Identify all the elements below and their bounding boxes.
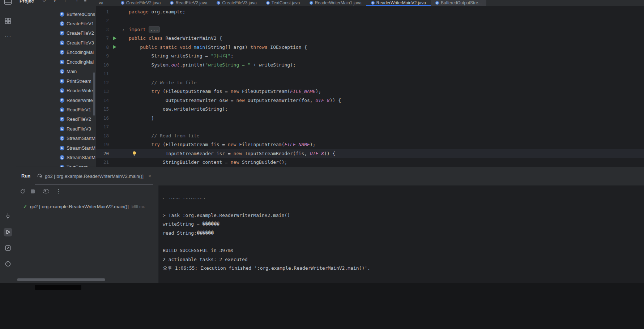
tree-item[interactable]: CStreamStartM bbox=[16, 143, 96, 153]
code-token: )) { bbox=[330, 98, 341, 103]
code-token: (FileInputStream fis = bbox=[160, 142, 228, 147]
console-line: 오후 1:06:55: Execution finished ':org.exa… bbox=[163, 264, 644, 273]
editor-tab[interactable]: CReaderWriterMain1.java bbox=[305, 0, 366, 6]
problems-icon[interactable] bbox=[4, 260, 12, 268]
editor-line[interactable]: 17 bbox=[96, 123, 644, 131]
bottom-strip bbox=[0, 283, 644, 329]
class-icon: C bbox=[60, 117, 64, 121]
editor-tab[interactable]: CCreateFileV3.java bbox=[212, 0, 261, 6]
class-icon: C bbox=[121, 1, 124, 5]
services-icon[interactable] bbox=[4, 244, 12, 252]
editor-line[interactable]: 15 osw.write(writeString); bbox=[96, 105, 644, 114]
class-icon: C bbox=[435, 1, 439, 5]
code-token: osw.write(writeString); bbox=[129, 106, 228, 112]
class-icon: C bbox=[60, 155, 64, 160]
tree-item[interactable]: CReadFileV1 bbox=[16, 105, 96, 115]
tree-item-label: CreateFileV3 bbox=[67, 40, 94, 46]
tree-item[interactable]: CCreateFileV1 bbox=[16, 19, 96, 28]
editor-line[interactable]: 21 StringBuilder content = new StringBui… bbox=[96, 158, 644, 167]
editor-line[interactable]: 14 OutputStreamWriter osw = new OutputSt… bbox=[96, 96, 644, 105]
editor-tab[interactable]: CTextConst.java bbox=[261, 0, 305, 6]
eye-icon[interactable] bbox=[41, 187, 51, 196]
tree-item-label: StreamStartM bbox=[67, 136, 95, 141]
editor-line[interactable]: 8 public static void main(String[] args)… bbox=[96, 43, 644, 52]
class-icon: C bbox=[266, 1, 270, 5]
editor-line[interactable]: 13 try (FileOutputStream fos = new FileO… bbox=[96, 87, 644, 96]
class-icon: C bbox=[217, 1, 220, 5]
editor-line[interactable]: 9 String writeString = "가나다"; bbox=[96, 52, 644, 60]
editor-line[interactable]: 7public class ReaderWriterMainV2 { bbox=[96, 34, 644, 43]
editor-tab[interactable]: CCreateFileV2.java bbox=[116, 0, 165, 6]
editor-line[interactable]: 18 // Read from file bbox=[96, 132, 644, 140]
fold-chevron-icon[interactable]: › bbox=[123, 25, 124, 34]
tree-item[interactable]: CStreamStartM bbox=[16, 153, 96, 162]
editor-line[interactable]: 3›import ... bbox=[96, 25, 644, 34]
tree-item[interactable]: CReaderWriter bbox=[16, 86, 96, 95]
run-panel-title[interactable]: Run bbox=[21, 173, 30, 179]
editor-line[interactable]: 2 bbox=[96, 16, 644, 25]
editor-line[interactable]: 16 } bbox=[96, 114, 644, 123]
editor-line[interactable]: 1package org.example; bbox=[96, 8, 644, 16]
class-icon: C bbox=[60, 79, 64, 84]
code-text: public static void main(String[] args) t… bbox=[129, 43, 307, 52]
tree-item[interactable]: CReaderWriter bbox=[16, 95, 96, 105]
code-token: FILE_NAME bbox=[290, 89, 315, 94]
tree-item[interactable]: CCreateFileV3 bbox=[16, 38, 96, 47]
horizontal-scrollbar-thumb[interactable] bbox=[17, 278, 105, 281]
editor-line[interactable]: 20 InputStreamReader isr = new InputStre… bbox=[96, 149, 644, 158]
editor-line[interactable]: 10 System.out.println("writeString = " +… bbox=[96, 61, 644, 69]
code-token: new bbox=[231, 159, 239, 165]
editor-tab[interactable]: va bbox=[96, 0, 116, 6]
close-icon[interactable]: × bbox=[148, 173, 151, 179]
run-duration: 568 ms bbox=[132, 204, 145, 209]
tree-item[interactable]: CPrintStream bbox=[16, 76, 96, 86]
run-tool-icon[interactable] bbox=[4, 228, 12, 236]
editor-line[interactable]: 12 // Write to file bbox=[96, 78, 644, 87]
editor-tab[interactable]: CReadFileV2.java bbox=[165, 0, 212, 6]
more-options-icon[interactable]: ⋮ bbox=[54, 187, 63, 196]
class-icon: C bbox=[310, 1, 313, 5]
tree-item[interactable]: CBufferedCons bbox=[16, 9, 96, 19]
code-editor[interactable]: 1package org.example;23›import ...7publi… bbox=[96, 6, 644, 167]
editor-tab[interactable]: CBufferedOutputStre... bbox=[431, 0, 486, 6]
class-icon: C bbox=[60, 107, 64, 112]
run-console[interactable]: > Task :classes > Task :org.example.Read… bbox=[158, 185, 644, 283]
tree-item[interactable]: CReadFileV3 bbox=[16, 124, 96, 133]
grid-icon[interactable] bbox=[4, 17, 12, 25]
code-text: package org.example; bbox=[129, 8, 185, 16]
more-tool-windows-icon[interactable]: ··· bbox=[4, 32, 12, 40]
run-tree-item[interactable]: ✓ go2 [:org.example.ReaderWriterMainV2.m… bbox=[23, 202, 145, 211]
console-line: writeString = ������ bbox=[163, 220, 644, 228]
code-token: } bbox=[129, 115, 154, 121]
code-text: String writeString = "가나다"; bbox=[129, 52, 233, 60]
editor-line[interactable]: 11 bbox=[96, 69, 644, 78]
tree-item[interactable]: CTextConst bbox=[16, 162, 96, 167]
code-text: try (FileOutputStream fos = new FileOutp… bbox=[129, 87, 321, 96]
rerun-icon[interactable] bbox=[18, 187, 27, 196]
stop-icon[interactable] bbox=[28, 187, 37, 196]
console-line: > Task :classes bbox=[163, 198, 644, 202]
console-line bbox=[163, 202, 644, 211]
run-line-icon[interactable] bbox=[113, 37, 116, 40]
tree-item[interactable]: CStreamStartM bbox=[16, 134, 96, 143]
tree-item-label: StreamStartM bbox=[67, 155, 95, 160]
line-number: 7 bbox=[96, 34, 109, 43]
commit-icon[interactable] bbox=[4, 212, 12, 221]
tree-item[interactable]: CCreateFileV2 bbox=[16, 29, 96, 38]
project-tool-icon[interactable] bbox=[4, 0, 12, 6]
tree-item[interactable]: CReadFileV2 bbox=[16, 115, 96, 124]
editor-line[interactable]: 19 try (FileInputStream fis = new FileIn… bbox=[96, 140, 644, 149]
run-tab[interactable]: go2 [:org.example.ReaderWriterMainV2.mai… bbox=[35, 167, 153, 185]
project-scrollbar-thumb[interactable] bbox=[93, 72, 95, 116]
code-text: // Read from file bbox=[129, 132, 200, 140]
tree-item[interactable]: CEncodingMai bbox=[16, 57, 96, 67]
line-number: 2 bbox=[96, 16, 109, 25]
line-number: 19 bbox=[96, 140, 109, 149]
code-token: "가나다" bbox=[211, 53, 231, 59]
run-line-icon[interactable] bbox=[113, 45, 116, 49]
line-number: 18 bbox=[96, 132, 109, 140]
editor-tab[interactable]: CReaderWriterMainV2.java bbox=[366, 0, 431, 6]
line-number: 11 bbox=[96, 69, 109, 78]
tree-item[interactable]: CMain bbox=[16, 67, 96, 76]
tree-item[interactable]: CEncodingMai bbox=[16, 48, 96, 57]
